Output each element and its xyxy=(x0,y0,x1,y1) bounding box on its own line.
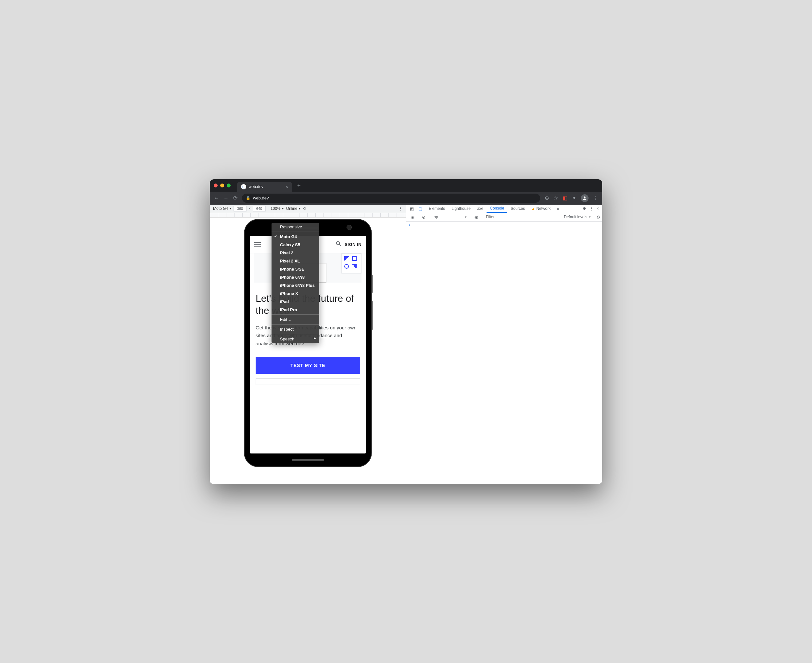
devtools-tabs: ◩ ▢ | Elements Lighthouse axe Console So… xyxy=(406,205,602,213)
content-area: Moto G4 ▼ × | 100% ▼ Online ▼ ⟲ ⋮ xyxy=(210,205,602,484)
menu-item-edit[interactable]: Edit… xyxy=(271,315,319,323)
rotate-icon[interactable]: ⟲ xyxy=(303,206,306,211)
tab-console[interactable]: Console xyxy=(486,205,507,213)
chevron-down-icon: ▼ xyxy=(465,216,467,218)
menu-item-device[interactable]: iPad xyxy=(271,298,319,306)
chevron-down-icon: ▼ xyxy=(589,216,591,218)
new-tab-button[interactable]: + xyxy=(297,183,301,189)
menu-separator xyxy=(271,324,319,325)
svg-point-1 xyxy=(336,241,340,244)
menu-item-device[interactable]: Galaxy S5 xyxy=(271,241,319,249)
device-toolbar: Moto G4 ▼ × | 100% ▼ Online ▼ ⟲ ⋮ xyxy=(210,205,406,213)
back-button[interactable]: ← xyxy=(214,195,219,201)
url-text: web.dev xyxy=(253,196,269,201)
tab-favicon-icon: ›_ xyxy=(241,184,246,189)
menu-item-responsive[interactable]: Responsive xyxy=(271,223,319,231)
device-dropdown-menu: Responsive Moto G4 Galaxy S5 Pixel 2 Pix… xyxy=(271,223,319,343)
extensions-puzzle-icon[interactable]: ✦ xyxy=(572,195,576,201)
height-input[interactable] xyxy=(253,205,266,212)
more-tabs-icon[interactable]: » xyxy=(554,206,562,211)
phone-camera xyxy=(347,225,352,230)
menu-separator xyxy=(271,314,319,315)
tab-axe[interactable]: axe xyxy=(474,205,486,213)
browser-window: ›_ web.dev × + ← → ⟳ 🔒 web.dev ⊕ ☆ ◧ ✦ ⋮… xyxy=(210,179,602,484)
sign-in-area: SIGN IN xyxy=(336,241,362,248)
inspect-element-icon[interactable]: ◩ xyxy=(408,206,416,211)
minimize-window-button[interactable] xyxy=(220,184,224,188)
close-devtools-icon[interactable]: × xyxy=(597,206,599,211)
dimension-separator: × xyxy=(249,206,251,211)
console-body[interactable]: › xyxy=(406,222,602,484)
address-bar[interactable]: 🔒 web.dev xyxy=(242,194,540,203)
live-expression-icon[interactable]: ◉ xyxy=(472,215,480,220)
titlebar: ›_ web.dev × + xyxy=(210,179,602,192)
console-prompt: › xyxy=(409,223,410,227)
test-my-site-button[interactable]: TEST MY SITE xyxy=(256,357,360,374)
console-sidebar-icon[interactable]: ▣ xyxy=(408,215,417,220)
tab-elements[interactable]: Elements xyxy=(426,205,448,213)
device-selector[interactable]: Moto G4 ▼ xyxy=(213,206,232,211)
console-toolbar: ▣ ⊘ top▼ ◉ Default levels ▼ ⚙ xyxy=(406,213,602,222)
window-controls xyxy=(214,184,231,188)
devtools-panel: ◩ ▢ | Elements Lighthouse axe Console So… xyxy=(406,205,602,484)
maximize-window-button[interactable] xyxy=(227,184,231,188)
menu-item-device[interactable]: iPhone 6/7/8 xyxy=(271,273,319,281)
tab-title: web.dev xyxy=(249,184,263,189)
extension-icon[interactable]: ◧ xyxy=(563,195,567,201)
browser-toolbar: ← → ⟳ 🔒 web.dev ⊕ ☆ ◧ ✦ ⋮ xyxy=(210,192,602,205)
sign-in-button[interactable]: SIGN IN xyxy=(345,242,362,247)
devtools-menu-icon[interactable]: ⋮ xyxy=(589,206,593,211)
device-toolbar-menu-icon[interactable]: ⋮ xyxy=(398,206,403,211)
add-bookmark-icon[interactable]: ⊕ xyxy=(545,195,549,201)
menu-separator xyxy=(271,334,319,334)
clear-console-icon[interactable]: ⊘ xyxy=(419,215,428,220)
bookmark-star-icon[interactable]: ☆ xyxy=(554,195,558,201)
chevron-down-icon: ▼ xyxy=(298,207,301,210)
toggle-device-icon[interactable]: ▢ xyxy=(416,206,425,211)
menu-item-device[interactable]: iPad Pro xyxy=(271,306,319,314)
svg-line-2 xyxy=(339,244,341,246)
tab-lighthouse[interactable]: Lighthouse xyxy=(448,205,474,213)
hamburger-menu-icon[interactable] xyxy=(254,242,261,247)
phone-side-button xyxy=(371,275,373,293)
menu-item-device[interactable]: iPhone 5/SE xyxy=(271,265,319,273)
menu-item-device[interactable]: Pixel 2 xyxy=(271,249,319,257)
settings-gear-icon[interactable]: ⚙ xyxy=(583,206,586,211)
browser-menu-icon[interactable]: ⋮ xyxy=(593,195,598,201)
close-window-button[interactable] xyxy=(214,184,218,188)
context-selector[interactable]: top▼ xyxy=(430,214,469,220)
forward-button[interactable]: → xyxy=(223,195,229,201)
device-mode-pane: Moto G4 ▼ × | 100% ▼ Online ▼ ⟲ ⋮ xyxy=(210,205,406,484)
log-levels-selector[interactable]: Default levels ▼ xyxy=(564,215,591,219)
square-icon xyxy=(352,256,357,261)
console-settings-icon[interactable]: ⚙ xyxy=(596,215,600,220)
width-input[interactable] xyxy=(234,205,247,212)
search-icon[interactable] xyxy=(336,241,341,248)
close-tab-icon[interactable]: × xyxy=(286,184,288,189)
zoom-selector[interactable]: 100% ▼ xyxy=(271,206,284,211)
ruler xyxy=(210,213,406,218)
secondary-card xyxy=(256,378,360,385)
svg-point-0 xyxy=(584,196,585,198)
reload-button[interactable]: ⟳ xyxy=(233,195,237,201)
phone-side-button xyxy=(371,301,373,330)
menu-separator xyxy=(271,231,319,232)
menu-item-device[interactable]: iPhone 6/7/8 Plus xyxy=(271,281,319,289)
menu-item-device[interactable]: iPhone X xyxy=(271,289,319,298)
browser-tab[interactable]: ›_ web.dev × xyxy=(237,182,292,192)
toolbar-right: ⊕ ☆ ◧ ✦ ⋮ xyxy=(545,194,598,202)
console-filter-input[interactable] xyxy=(483,214,537,220)
menu-item-device[interactable]: Pixel 2 XL xyxy=(271,257,319,265)
tab-sources[interactable]: Sources xyxy=(507,205,528,213)
menu-item-device[interactable]: Moto G4 xyxy=(271,233,319,241)
shapes-card xyxy=(341,253,362,273)
phone-home-bar xyxy=(292,459,324,461)
triangle-icon xyxy=(344,256,349,261)
tab-network[interactable]: ▲Network xyxy=(528,205,554,213)
menu-item-inspect[interactable]: Inspect xyxy=(271,325,319,333)
lock-icon: 🔒 xyxy=(246,196,250,200)
throttle-selector[interactable]: Online ▼ xyxy=(286,206,301,211)
chevron-down-icon: ▼ xyxy=(282,207,284,210)
profile-avatar-icon[interactable] xyxy=(581,194,589,202)
menu-item-speech[interactable]: Speech xyxy=(271,335,319,343)
